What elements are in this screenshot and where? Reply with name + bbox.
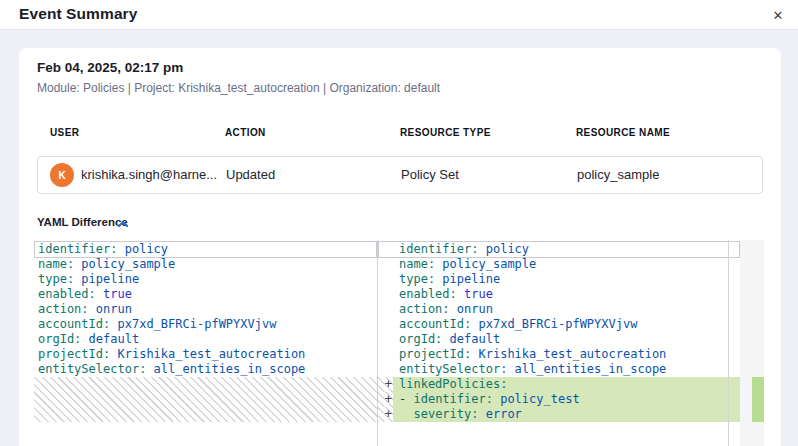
code-line: name: policy_sample: [393, 257, 740, 272]
code-line: orgId: default: [393, 332, 740, 347]
code-line: enabled: true: [34, 287, 377, 302]
code-line: projectId: Krishika_test_autocreation: [34, 347, 377, 362]
diff-placeholder-hatch: [34, 377, 377, 422]
code-line: accountId: px7xd_BFRCi-pfWPYXVjvw: [34, 317, 377, 332]
column-header-resource-name: RESOURCE NAME: [576, 127, 670, 138]
diff-added-marker: +: [378, 377, 393, 392]
code-line: action: onrun: [34, 302, 377, 317]
row-resource-type: Policy Set: [401, 157, 459, 193]
row-user: krishika.singh@harne...: [81, 157, 217, 193]
code-line: entitySelector: all_entities_in_scope: [393, 362, 740, 377]
current-line-highlight-left: [34, 241, 377, 258]
code-line: linkedPolicies:: [393, 377, 740, 392]
event-summary-modal: Event Summary ✕ Feb 04, 2025, 02:17 pm M…: [0, 0, 798, 446]
event-timestamp: Feb 04, 2025, 02:17 pm: [37, 60, 183, 75]
code-line: type: pipeline: [393, 272, 740, 287]
current-line-highlight-right: [378, 241, 740, 258]
event-meta: Module: Policies | Project: Krishika_tes…: [37, 81, 440, 95]
code-line: entitySelector: all_entities_in_scope: [34, 362, 377, 377]
diff-added-marker: +: [378, 407, 393, 422]
yaml-difference-label: YAML Difference: [37, 216, 128, 228]
code-line: type: pipeline: [34, 272, 377, 287]
modal-header: Event Summary ✕: [0, 0, 798, 30]
code-line: orgId: default: [34, 332, 377, 347]
code-line: - identifier: policy_test: [393, 392, 740, 407]
chevron-up-icon[interactable]: [117, 220, 129, 228]
close-icon[interactable]: ✕: [766, 3, 790, 27]
column-header-resource-type: RESOURCE TYPE: [400, 127, 491, 138]
editor-inner-border: [728, 240, 729, 446]
code-line: accountId: px7xd_BFRCi-pfWPYXVjvw: [393, 317, 740, 332]
avatar: K: [50, 163, 74, 187]
table-row[interactable]: K krishika.singh@harne... Updated Policy…: [37, 156, 763, 194]
yaml-diff-editor[interactable]: identifier: policyname: policy_sampletyp…: [34, 240, 764, 446]
code-line: projectId: Krishika_test_autocreation: [393, 347, 740, 362]
code-line: action: onrun: [393, 302, 740, 317]
row-resource-name: policy_sample: [577, 157, 659, 193]
code-line: severity: error: [393, 407, 740, 422]
column-header-user: USER: [50, 127, 79, 138]
row-action: Updated: [226, 157, 275, 193]
overview-ruler-added-marker: [752, 377, 764, 422]
diff-pane-modified: identifier: policyname: policy_sampletyp…: [393, 240, 740, 446]
code-line: enabled: true: [393, 287, 740, 302]
diff-added-marker: +: [378, 392, 393, 407]
column-header-action: ACTION: [225, 127, 266, 138]
code-line: name: policy_sample: [34, 257, 377, 272]
page-title: Event Summary: [19, 5, 137, 23]
